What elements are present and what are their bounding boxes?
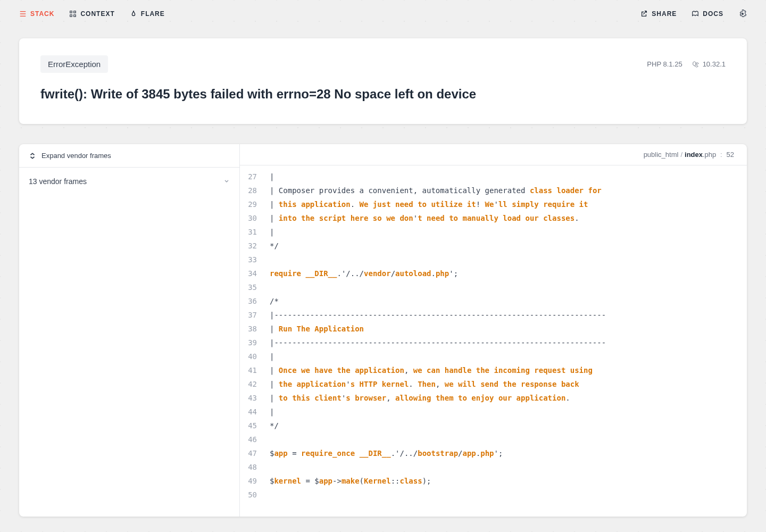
php-version: PHP 8.1.25 — [647, 60, 682, 68]
code-line: 27| — [240, 170, 747, 184]
line-number: 33 — [240, 253, 270, 267]
line-number: 38 — [240, 322, 270, 336]
vendor-frames-toggle[interactable]: 13 vendor frames — [19, 168, 239, 195]
code-line: 35 — [240, 280, 747, 294]
flare-icon — [130, 10, 137, 18]
tab-stack[interactable]: STACK — [19, 10, 54, 18]
settings-gear-icon[interactable] — [738, 10, 747, 18]
line-code: | into the script here so we don't need … — [270, 211, 579, 225]
error-card: ErrorException PHP 8.1.25 10.32.1 fwrite… — [19, 38, 747, 124]
expand-vendor-frames-button[interactable]: Expand vendor frames — [19, 144, 239, 168]
chevron-down-icon — [223, 177, 230, 186]
line-code: | this application. We just need to util… — [270, 197, 588, 211]
version-meta: PHP 8.1.25 10.32.1 — [647, 60, 726, 68]
line-code: $app = require_once __DIR__.'/../bootstr… — [270, 446, 503, 460]
line-code: | — [270, 350, 274, 363]
code-line: 28| Composer provides a convenient, auto… — [240, 184, 747, 197]
nav-label: DOCS — [703, 10, 723, 18]
line-number: 37 — [240, 308, 270, 322]
code-breadcrumb: public_html/index.php :52 — [240, 144, 747, 165]
share-button[interactable]: SHARE — [640, 10, 677, 18]
line-code: | — [270, 225, 274, 239]
line-number: 43 — [240, 391, 270, 405]
line-number: 40 — [240, 350, 270, 363]
expand-label: Expand vendor frames — [41, 152, 111, 160]
code-line: 41| Once we have the application, we can… — [240, 363, 747, 377]
code-line: 30| into the script here so we don't nee… — [240, 211, 747, 225]
frames-sidebar: Expand vendor frames 13 vendor frames — [19, 144, 240, 517]
breadcrumb-ext: .php — [703, 151, 716, 159]
line-number: 46 — [240, 433, 270, 446]
line-number: 30 — [240, 211, 270, 225]
code-line: 49$kernel = $app->make(Kernel::class); — [240, 474, 747, 488]
breadcrumb-dir: public_html — [644, 151, 679, 159]
code-viewer: public_html/index.php :52 27|28| Compose… — [240, 144, 747, 517]
code-line: 47$app = require_once __DIR__.'/../boots… — [240, 446, 747, 460]
line-number: 49 — [240, 474, 270, 488]
code-line: 38| Run The Application — [240, 322, 747, 336]
docs-link[interactable]: DOCS — [692, 10, 723, 18]
line-code: | — [270, 170, 274, 184]
tab-label: CONTEXT — [80, 10, 114, 18]
code-line: 40| — [240, 350, 747, 363]
code-line: 31| — [240, 225, 747, 239]
tab-label: FLARE — [141, 10, 165, 18]
code-line: 29| this application. We just need to ut… — [240, 197, 747, 211]
error-message: fwrite(): Write of 3845 bytes failed wit… — [40, 86, 726, 103]
line-number: 29 — [240, 197, 270, 211]
tab-flare[interactable]: FLARE — [130, 10, 165, 18]
line-number: 36 — [240, 294, 270, 308]
line-code: | to this client's browser, allowing the… — [270, 391, 570, 405]
line-code: |---------------------------------------… — [270, 308, 606, 322]
code-line: 36/* — [240, 294, 747, 308]
stack-trace-panel: Expand vendor frames 13 vendor frames pu… — [19, 144, 747, 517]
line-code: require __DIR__.'/../vendor/autoload.php… — [270, 267, 458, 280]
code-line: 39|-------------------------------------… — [240, 336, 747, 350]
laravel-version: 10.32.1 — [692, 60, 726, 68]
expand-icon — [29, 152, 36, 160]
top-nav: STACK CONTEXT FLARE SHARE DOCS — [0, 0, 766, 28]
code-line: 48 — [240, 460, 747, 474]
line-number: 41 — [240, 363, 270, 377]
code-line: 46 — [240, 433, 747, 446]
exception-type-badge: ErrorException — [40, 55, 108, 73]
code-body[interactable]: 27|28| Composer provides a convenient, a… — [240, 165, 747, 517]
code-line: 32*/ — [240, 239, 747, 253]
code-line: 42| the application's HTTP kernel. Then,… — [240, 377, 747, 391]
line-number: 35 — [240, 280, 270, 294]
code-line: 33 — [240, 253, 747, 267]
line-number: 27 — [240, 170, 270, 184]
code-line: 44| — [240, 405, 747, 419]
code-line: 45*/ — [240, 419, 747, 433]
code-line: 50 — [240, 488, 747, 502]
tab-context[interactable]: CONTEXT — [69, 10, 114, 18]
line-number: 31 — [240, 225, 270, 239]
line-number: 39 — [240, 336, 270, 350]
line-code: */ — [270, 419, 279, 433]
line-number: 28 — [240, 184, 270, 197]
line-number: 34 — [240, 267, 270, 280]
code-line: 37|-------------------------------------… — [240, 308, 747, 322]
share-icon — [640, 10, 648, 18]
docs-icon — [692, 10, 699, 18]
line-number: 44 — [240, 405, 270, 419]
line-code: */ — [270, 239, 279, 253]
line-code: $kernel = $app->make(Kernel::class); — [270, 474, 431, 488]
stack-icon — [19, 10, 27, 18]
nav-label: SHARE — [652, 10, 677, 18]
line-number: 45 — [240, 419, 270, 433]
line-number: 47 — [240, 446, 270, 460]
line-code: | Composer provides a convenient, automa… — [270, 184, 602, 197]
line-number: 48 — [240, 460, 270, 474]
context-icon — [69, 10, 77, 18]
line-number: 42 — [240, 377, 270, 391]
line-number: 32 — [240, 239, 270, 253]
line-code: |---------------------------------------… — [270, 336, 606, 350]
laravel-icon — [692, 61, 700, 68]
line-code: | — [270, 405, 274, 419]
breadcrumb-file: index — [685, 151, 703, 159]
line-code: | the application's HTTP kernel. Then, w… — [270, 377, 579, 391]
line-code: /* — [270, 294, 279, 308]
tab-label: STACK — [30, 10, 54, 18]
line-code: | Run The Application — [270, 322, 364, 336]
